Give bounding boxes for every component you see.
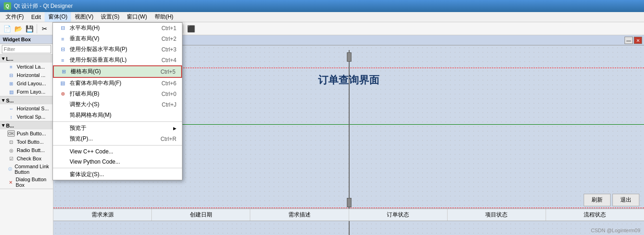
menu-item-label: 在窗体布局中布局(F) [70, 79, 152, 87]
widget-item-horizontal-spacer[interactable]: ↔ Horizontal S... [0, 104, 53, 113]
menu-item-view-cpp[interactable]: View C++ Code... [53, 146, 182, 157]
toolbar-save[interactable]: 💾 [24, 24, 34, 34]
toolbar-open[interactable]: 📂 [13, 24, 23, 34]
tool-button-icon: ⊡ [7, 139, 15, 145]
widget-item-check-box[interactable]: ☑ Check Box [0, 154, 53, 163]
menu-item-shortcut: Ctrl+1 [162, 25, 176, 32]
minimize-button[interactable]: — [624, 37, 633, 44]
menu-item-preview-in[interactable]: 预览于 [53, 123, 182, 133]
menu-bar: 文件(F) Edit 窗体(O) 视图(V) 设置(S) 窗口(W) 帮助(H) [0, 12, 644, 22]
menu-item-preview[interactable]: 预览(P)... Ctrl+R [53, 133, 182, 144]
menu-item-shortcut: Ctrl+6 [162, 80, 176, 87]
refresh-button[interactable]: 刷新 [584, 194, 611, 206]
menu-item-label: 使用分裂器垂直布局(L) [70, 56, 152, 64]
menu-help[interactable]: 帮助(H) [151, 12, 177, 22]
widget-item-horizontal-layout[interactable]: ⊟ Horizontal ... [0, 71, 53, 79]
widget-item-label: Radio Butt... [17, 147, 45, 153]
menu-item-shortcut: Ctrl+0 [162, 91, 176, 97]
menu-item-splitter-h[interactable]: ⊟ 使用分裂器水平布局(P) Ctrl+3 [53, 44, 182, 55]
widget-filter-area [0, 44, 53, 55]
preview-in-menu-icon [59, 125, 67, 132]
col-project-status: 项目状态 [448, 209, 546, 221]
widget-section-buttons: ▾ B... OK Push Butto... ⊡ Tool Butto... … [0, 121, 53, 189]
preview-menu-icon [59, 135, 67, 143]
menu-item-shortcut: Ctrl+3 [162, 46, 176, 53]
widget-section-spacers: ▾ S... ↔ Horizontal S... ↕ Vertical Sp..… [0, 96, 53, 121]
widget-item-vertical-spacer[interactable]: ↕ Vertical Sp... [0, 113, 53, 121]
break-layout-menu-icon: ⊗ [59, 90, 67, 98]
divider-handle-bottom[interactable] [347, 198, 351, 207]
menu-window[interactable]: 窗体(O) [45, 12, 71, 22]
menu-windows[interactable]: 窗口(W) [123, 12, 150, 22]
widget-box: Widget Box ▾ L... ≡ Vertical La... ⊟ Hor… [0, 35, 53, 235]
widget-section-layouts: ▾ L... ≡ Vertical La... ⊟ Horizontal ...… [0, 55, 53, 96]
widget-item-label: Push Butto... [17, 131, 46, 136]
menu-item-simple-grid[interactable]: 简易网格布局(M) [53, 110, 182, 121]
section-label: S... [6, 98, 14, 103]
menu-item-label: 垂直布局(V) [70, 35, 152, 43]
widget-section-layouts-header[interactable]: ▾ L... [0, 55, 53, 63]
menu-separator-3 [53, 168, 182, 168]
menu-item-shortcut: Ctrl+4 [162, 57, 176, 64]
vertical-layout-menu-icon: ≡ [59, 35, 67, 43]
divider-handle-top[interactable] [347, 52, 351, 62]
form-center-menu-icon: ▤ [59, 80, 67, 87]
chevron-down-icon: ▾ [2, 97, 5, 103]
menu-item-label: 预览(P)... [70, 135, 151, 143]
widget-item-command-link[interactable]: ⦾ Command Link Button [0, 163, 53, 176]
toolbar-cut[interactable]: ✂ [39, 24, 50, 34]
widget-item-tool-button[interactable]: ⊡ Tool Butto... [0, 138, 53, 146]
menu-separator-2 [53, 145, 182, 146]
menu-item-horizontal-layout[interactable]: ⊟ 水平布局(H) Ctrl+1 [53, 23, 182, 33]
menu-item-break-layout[interactable]: ⊗ 打破布局(B) Ctrl+0 [53, 89, 182, 99]
widget-item-label: Tool Butto... [17, 139, 44, 145]
filter-input[interactable] [2, 45, 51, 53]
menu-item-window-settings[interactable]: 窗体设定(S)... [53, 169, 182, 180]
menu-view[interactable]: 视图(V) [71, 12, 97, 22]
toolbar-new[interactable]: 📄 [2, 24, 12, 34]
widget-section-spacers-header[interactable]: ▾ S... [0, 96, 53, 104]
menu-item-form-center[interactable]: ▤ 在窗体布局中布局(F) Ctrl+6 [53, 78, 182, 89]
widget-section-buttons-header[interactable]: ▾ B... [0, 121, 53, 129]
check-box-icon: ☑ [7, 155, 15, 162]
widget-item-label: Horizontal ... [17, 72, 46, 78]
widget-item-push-button[interactable]: OK Push Butto... [0, 129, 53, 138]
menu-file[interactable]: 文件(F) [2, 12, 27, 22]
dialog-button-box-icon: ✕ [7, 179, 14, 185]
menu-item-grid-layout[interactable]: ⊞ 栅格布局(G) Ctrl+5 [53, 65, 182, 78]
menu-item-label: View C++ Code... [70, 148, 176, 155]
widget-item-label: Vertical La... [17, 64, 45, 70]
widget-item-radio-button[interactable]: ◎ Radio Butt... [0, 146, 53, 154]
chevron-down-icon: ▾ [2, 56, 5, 62]
widget-item-form-layout[interactable]: ▤ Form Layo... [0, 88, 53, 96]
widget-item-label: Vertical Sp... [17, 114, 46, 120]
menu-edit[interactable]: Edit [27, 13, 45, 21]
menu-item-shortcut: Ctrl+2 [162, 36, 176, 42]
menu-item-resize[interactable]: 调整大小(S) Ctrl+J [53, 99, 182, 110]
toolbar-preview[interactable]: ⬛ [186, 24, 196, 34]
widget-item-grid-layout[interactable]: ⊞ Grid Layou... [0, 79, 53, 88]
menu-item-label: 窗体设定(S)... [70, 171, 176, 178]
widget-item-dialog-button-box[interactable]: ✕ Dialog Button Box [0, 176, 53, 189]
menu-item-label: 水平布局(H) [70, 24, 152, 32]
app-icon: Q [4, 2, 11, 10]
menu-item-label: 简易网格布局(M) [70, 111, 176, 119]
widget-item-vertical-layout[interactable]: ≡ Vertical La... [0, 63, 53, 71]
menu-item-splitter-v[interactable]: ≡ 使用分裂器垂直布局(L) Ctrl+4 [53, 55, 182, 65]
watermark: CSDN @Loginterm09 [591, 228, 640, 233]
horizontal-layout-menu-icon: ⊟ [59, 25, 67, 32]
widget-item-label: Dialog Button Box [16, 177, 51, 188]
menu-item-vertical-layout[interactable]: ≡ 垂直布局(V) Ctrl+2 [53, 33, 182, 44]
menu-settings[interactable]: 设置(S) [97, 12, 123, 22]
widget-box-title: Widget Box [0, 35, 53, 44]
tab-bar-controls: — ✕ [624, 37, 642, 45]
menu-separator-1 [53, 121, 182, 122]
exit-button[interactable]: 退出 [612, 194, 639, 206]
widget-item-label: Check Box [17, 156, 41, 161]
menu-item-label: 预览于 [70, 124, 173, 132]
section-label: B... [6, 123, 14, 128]
resize-menu-icon [59, 101, 67, 108]
menu-item-view-python[interactable]: View Python Code... [53, 157, 182, 167]
horizontal-layout-icon: ⊟ [7, 72, 15, 78]
close-button[interactable]: ✕ [634, 37, 642, 44]
